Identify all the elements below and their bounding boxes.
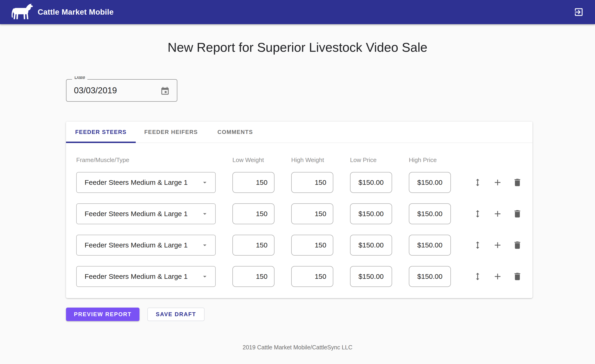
page-title: New Report for Superior Livestock Video … <box>0 40 595 55</box>
tab-feeder-steers[interactable]: FEEDER STEERS <box>66 122 136 143</box>
vertical-arrows-icon[interactable] <box>473 272 482 281</box>
table-rows: Feeder Steers Medium & Large 1 Feeder St… <box>76 172 522 287</box>
dropdown-arrow-icon <box>201 273 209 281</box>
column-headers: Frame/Muscle/Type Low Weight High Weight… <box>76 157 522 164</box>
dropdown-arrow-icon <box>201 241 209 249</box>
footer-text: 2019 Cattle Market Mobile/CattleSync LLC <box>0 344 595 351</box>
low-weight-input[interactable] <box>232 266 275 287</box>
trash-icon[interactable] <box>512 272 522 281</box>
calendar-icon[interactable] <box>160 86 170 96</box>
save-draft-button[interactable]: SAVE DRAFT <box>147 308 205 321</box>
form-actions: PREVIEW REPORT SAVE DRAFT <box>66 308 205 321</box>
report-card: FEEDER STEERS FEEDER HEIFERS COMMENTS Fr… <box>66 122 532 298</box>
high-price-input[interactable] <box>409 235 451 256</box>
low-weight-input[interactable] <box>232 172 275 193</box>
trash-icon[interactable] <box>512 178 522 187</box>
vertical-arrows-icon[interactable] <box>473 240 482 250</box>
rows-table: Frame/Muscle/Type Low Weight High Weight… <box>66 157 532 287</box>
vertical-arrows-icon[interactable] <box>473 209 482 219</box>
table-row: Feeder Steers Medium & Large 1 <box>76 203 522 224</box>
row-actions <box>468 240 522 250</box>
frame-muscle-type-select[interactable]: Feeder Steers Medium & Large 1 <box>76 235 216 256</box>
low-price-input[interactable] <box>350 203 392 224</box>
tab-bar: FEEDER STEERS FEEDER HEIFERS COMMENTS <box>66 122 532 143</box>
table-row: Feeder Steers Medium & Large 1 <box>76 172 522 193</box>
low-price-input[interactable] <box>350 266 392 287</box>
frame-muscle-type-value: Feeder Steers Medium & Large 1 <box>85 210 188 218</box>
frame-muscle-type-value: Feeder Steers Medium & Large 1 <box>85 273 188 281</box>
frame-muscle-type-select[interactable]: Feeder Steers Medium & Large 1 <box>76 266 216 287</box>
dropdown-arrow-icon <box>201 179 209 186</box>
table-row: Feeder Steers Medium & Large 1 <box>76 266 522 287</box>
high-price-input[interactable] <box>409 266 451 287</box>
row-actions <box>468 272 522 281</box>
preview-report-button[interactable]: PREVIEW REPORT <box>66 308 140 321</box>
low-weight-input[interactable] <box>232 235 275 256</box>
row-actions <box>468 178 522 187</box>
col-high-price: High Price <box>409 157 451 164</box>
cow-icon <box>10 4 34 21</box>
high-weight-input[interactable] <box>291 172 333 193</box>
row-actions <box>468 209 522 219</box>
high-weight-input[interactable] <box>291 235 333 256</box>
app-header: Cattle Market Mobile <box>0 0 595 24</box>
frame-muscle-type-select[interactable]: Feeder Steers Medium & Large 1 <box>76 172 216 193</box>
low-price-input[interactable] <box>350 235 392 256</box>
date-field[interactable]: Date <box>66 79 177 102</box>
app-title: Cattle Market Mobile <box>38 8 114 16</box>
col-high-weight: High Weight <box>291 157 333 164</box>
high-price-input[interactable] <box>409 172 451 193</box>
plus-icon[interactable] <box>493 209 503 219</box>
table-row: Feeder Steers Medium & Large 1 <box>76 235 522 256</box>
trash-icon[interactable] <box>512 209 522 219</box>
active-tab-indicator <box>66 142 136 143</box>
exit-to-app-icon[interactable] <box>574 7 584 17</box>
vertical-arrows-icon[interactable] <box>473 178 482 187</box>
high-weight-input[interactable] <box>291 203 333 224</box>
tab-comments[interactable]: COMMENTS <box>206 122 264 143</box>
plus-icon[interactable] <box>493 272 503 281</box>
col-low-price: Low Price <box>350 157 392 164</box>
trash-icon[interactable] <box>512 240 522 250</box>
col-frame-muscle-type: Frame/Muscle/Type <box>76 157 216 164</box>
frame-muscle-type-value: Feeder Steers Medium & Large 1 <box>85 179 188 186</box>
frame-muscle-type-select[interactable]: Feeder Steers Medium & Large 1 <box>76 203 216 224</box>
low-weight-input[interactable] <box>232 203 275 224</box>
low-price-input[interactable] <box>350 172 392 193</box>
tab-feeder-heifers[interactable]: FEEDER HEIFERS <box>136 122 206 143</box>
plus-icon[interactable] <box>493 178 503 187</box>
col-low-weight: Low Weight <box>232 157 275 164</box>
dropdown-arrow-icon <box>201 210 209 218</box>
plus-icon[interactable] <box>493 240 503 250</box>
frame-muscle-type-value: Feeder Steers Medium & Large 1 <box>85 241 188 249</box>
high-price-input[interactable] <box>409 203 451 224</box>
high-weight-input[interactable] <box>291 266 333 287</box>
